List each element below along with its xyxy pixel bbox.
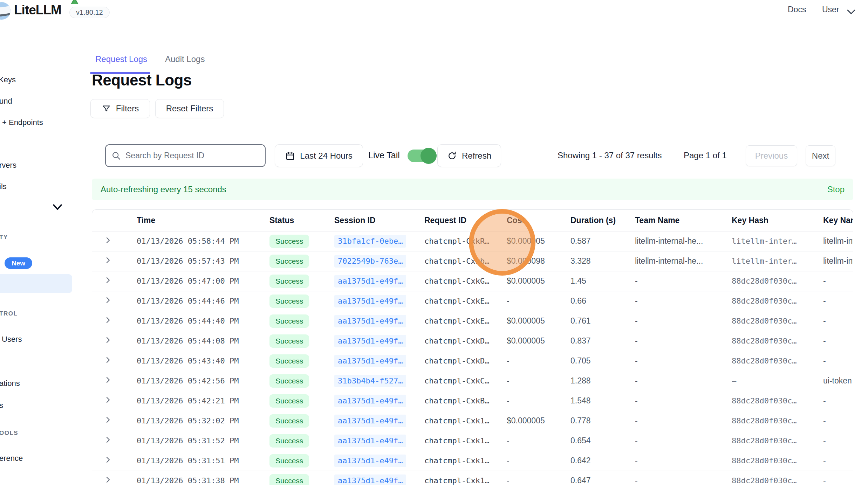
litellm-logo[interactable] [0, 2, 11, 20]
session-id-link[interactable]: aa1375d1-e49f… [334, 315, 406, 327]
key-hash-cell: 88dc28d0f030c… [732, 391, 823, 411]
stop-auto-refresh-link[interactable]: Stop [827, 185, 845, 194]
time-cell: 01/13/2026 05:31:52 PM [137, 431, 269, 451]
duration-cell: 0.761 [570, 311, 635, 331]
expand-row-chevron-icon[interactable] [104, 336, 112, 344]
expand-row-chevron-icon[interactable] [104, 416, 112, 424]
sidebar: Keys und + Endpoints rvers ils TY New TR… [0, 20, 81, 485]
time-cell: 01/13/2026 05:44:08 PM [137, 331, 269, 351]
expand-row-chevron-icon[interactable] [104, 376, 112, 384]
expand-row-chevron-icon[interactable] [104, 316, 112, 324]
chevron-down-icon[interactable] [846, 8, 856, 15]
table-header-row: TimeStatusSession IDRequest IDCostDurati… [92, 210, 853, 231]
sidebar-section-access-control: TROL [0, 310, 18, 317]
sidebar-item-users[interactable]: Users [2, 335, 22, 344]
time-cell: 01/13/2026 05:43:40 PM [137, 351, 269, 371]
expand-row-chevron-icon[interactable] [104, 456, 112, 464]
time-cell: 01/13/2026 05:47:00 PM [137, 271, 269, 291]
session-id-link[interactable]: aa1375d1-e49f… [334, 295, 406, 307]
table-row[interactable]: 01/13/2026 05:31:38 PM Success aa1375d1-… [92, 471, 853, 485]
key-hash-cell: 88dc28d0f030c… [732, 351, 823, 371]
table-row[interactable]: 01/13/2026 05:44:08 PM Success aa1375d1-… [92, 331, 853, 351]
cost-cell: - [507, 291, 570, 311]
expand-row-chevron-icon[interactable] [104, 356, 112, 364]
key-hash-cell: 88dc28d0f030c… [732, 311, 823, 331]
table-row[interactable]: 01/13/2026 05:31:52 PM Success aa1375d1-… [92, 431, 853, 451]
duration-cell: 0.642 [570, 451, 635, 471]
table-row[interactable]: 01/13/2026 05:57:43 PM Success 7022549b-… [92, 251, 853, 271]
session-id-link[interactable]: aa1375d1-e49f… [334, 455, 406, 467]
next-page-button[interactable]: Next [806, 145, 835, 166]
table-row[interactable]: 01/13/2026 05:42:21 PM Success aa1375d1-… [92, 391, 853, 411]
docs-link[interactable]: Docs [788, 5, 806, 14]
status-badge: Success [269, 374, 309, 388]
brand-name: LiteLLM [14, 3, 61, 18]
previous-page-button[interactable]: Previous [746, 145, 797, 166]
request-id-cell: chatcmpl-CxkD… [424, 331, 507, 351]
sidebar-item-guardrails[interactable]: ils [0, 182, 7, 191]
table-row[interactable]: 01/13/2026 05:47:00 PM Success aa1375d1-… [92, 271, 853, 291]
sidebar-item-organizations[interactable]: ations [0, 379, 20, 388]
session-id-link[interactable]: 31b3b4b4-f527… [334, 375, 406, 387]
filters-button[interactable]: Filters [90, 99, 150, 118]
expand-row-chevron-icon[interactable] [104, 476, 112, 484]
expand-row-chevron-icon[interactable] [104, 296, 112, 304]
table-row[interactable]: 01/13/2026 05:44:46 PM Success aa1375d1-… [92, 291, 853, 311]
team-name-cell: - [635, 291, 732, 311]
session-id-link[interactable]: aa1375d1-e49f… [334, 355, 406, 367]
live-tail-toggle[interactable] [408, 150, 434, 162]
session-id-link[interactable]: aa1375d1-e49f… [334, 275, 406, 287]
expand-row-chevron-icon[interactable] [104, 276, 112, 284]
search-input[interactable] [125, 151, 259, 160]
request-id-cell: chatcmpl-CxkR… [424, 231, 507, 251]
reset-filters-button[interactable]: Reset Filters [155, 99, 224, 118]
session-id-link[interactable]: aa1375d1-e49f… [334, 395, 406, 407]
request-logs-table-card: TimeStatusSession IDRequest IDCostDurati… [92, 209, 853, 485]
sidebar-item-logs-active[interactable] [0, 274, 72, 293]
table-row[interactable]: 01/13/2026 05:44:40 PM Success aa1375d1-… [92, 311, 853, 331]
tab-request-logs[interactable]: Request Logs [95, 54, 147, 64]
session-id-link[interactable]: aa1375d1-e49f… [334, 435, 406, 447]
expand-row-chevron-icon[interactable] [104, 236, 112, 244]
user-menu[interactable]: User [822, 5, 839, 14]
key-hash-cell: litellm-inter… [732, 231, 823, 251]
team-name-cell: - [635, 431, 732, 451]
table-row[interactable]: 01/13/2026 05:42:56 PM Success 31b3b4b4-… [92, 371, 853, 391]
session-id-link[interactable]: aa1375d1-e49f… [334, 474, 406, 485]
request-id-cell: chatcmpl-Cxk1… [424, 451, 507, 471]
table-row[interactable]: 01/13/2026 05:31:51 PM Success aa1375d1-… [92, 451, 853, 471]
new-badge[interactable]: New [5, 257, 32, 269]
sidebar-item-teams[interactable]: s [0, 401, 3, 410]
team-name-cell: litellm-internal-he... [635, 251, 732, 271]
sidebar-item-models-endpoints[interactable]: + Endpoints [2, 118, 43, 127]
table-row[interactable]: 01/13/2026 05:43:40 PM Success aa1375d1-… [92, 351, 853, 371]
page-title: Request Logs [92, 71, 192, 89]
toggle-knob [421, 148, 437, 164]
status-badge: Success [269, 394, 309, 408]
sidebar-item-playground[interactable]: und [0, 97, 12, 106]
sidebar-item-keys[interactable]: Keys [0, 75, 16, 84]
expand-row-chevron-icon[interactable] [104, 396, 112, 404]
sidebar-item-api-reference[interactable]: erence [0, 454, 23, 463]
session-id-link[interactable]: aa1375d1-e49f… [334, 335, 406, 347]
team-name-cell: - [635, 351, 732, 371]
session-id-link[interactable]: 31bfa1cf-0ebe… [334, 235, 406, 248]
expand-row-chevron-icon[interactable] [104, 436, 112, 444]
column-header-team-name: Team Name [635, 210, 732, 231]
reset-filters-label: Reset Filters [166, 104, 213, 113]
sidebar-section-observability: TY [0, 234, 8, 241]
time-range-button[interactable]: Last 24 Hours [275, 144, 363, 167]
tab-audit-logs[interactable]: Audit Logs [165, 54, 205, 64]
session-id-link[interactable]: 7022549b-763e… [334, 255, 406, 268]
team-name-cell: - [635, 371, 732, 391]
refresh-button[interactable]: Refresh [437, 144, 501, 167]
duration-cell: 3.328 [570, 251, 635, 271]
key-hash-cell: 88dc28d0f030c… [732, 471, 823, 485]
expand-row-chevron-icon[interactable] [104, 256, 112, 264]
table-row[interactable]: 01/13/2026 05:58:44 PM Success 31bfa1cf-… [92, 231, 853, 251]
table-row[interactable]: 01/13/2026 05:32:02 PM Success aa1375d1-… [92, 411, 853, 431]
sidebar-collapse-chevron-icon[interactable] [52, 203, 63, 211]
sidebar-item-servers[interactable]: rvers [0, 161, 16, 170]
status-badge: Success [269, 414, 309, 428]
session-id-link[interactable]: aa1375d1-e49f… [334, 415, 406, 427]
